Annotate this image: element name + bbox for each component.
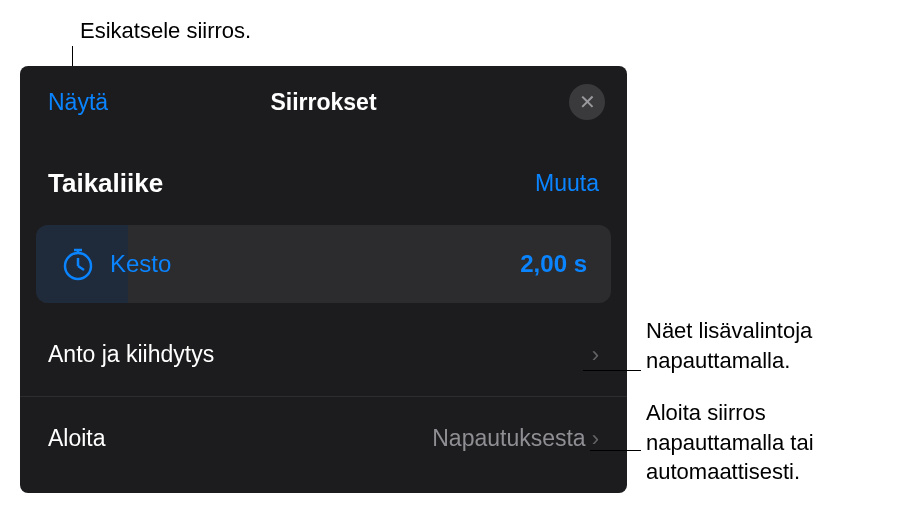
row-right: Napautuksesta › [432, 425, 599, 452]
transition-name: Taikaliike [48, 168, 163, 199]
start-value: Napautuksesta [432, 425, 585, 452]
callout-more-options: Näet lisävalintoja napauttamalla. [646, 316, 812, 375]
start-row[interactable]: Aloita Napautuksesta › [20, 397, 627, 480]
callout-line [590, 450, 641, 451]
close-icon: ✕ [579, 92, 596, 112]
row-right: › [592, 342, 599, 368]
callout-line [583, 370, 641, 371]
timer-icon [60, 246, 96, 282]
svg-line-2 [78, 266, 84, 270]
delivery-row[interactable]: Anto ja kiihdytys › [20, 313, 627, 397]
preview-button[interactable]: Näytä [48, 89, 108, 116]
start-label: Aloita [48, 425, 106, 452]
transitions-panel: Näytä Siirrokset ✕ Taikaliike Muuta Kest… [20, 66, 627, 493]
chevron-right-icon: › [592, 426, 599, 452]
duration-label: Kesto [110, 250, 520, 278]
duration-value: 2,00 s [520, 250, 587, 278]
duration-slider[interactable]: Kesto 2,00 s [36, 225, 611, 303]
panel-header: Näytä Siirrokset ✕ [20, 66, 627, 138]
callout-start-transition: Aloita siirros napauttamalla tai automaa… [646, 398, 814, 487]
delivery-label: Anto ja kiihdytys [48, 341, 214, 368]
change-button[interactable]: Muuta [535, 170, 599, 197]
section-header: Taikaliike Muuta [20, 138, 627, 213]
panel-title: Siirrokset [270, 89, 376, 116]
close-button[interactable]: ✕ [569, 84, 605, 120]
chevron-right-icon: › [592, 342, 599, 368]
duration-content: Kesto 2,00 s [36, 246, 611, 282]
callout-preview: Esikatsele siirros. [80, 18, 251, 44]
